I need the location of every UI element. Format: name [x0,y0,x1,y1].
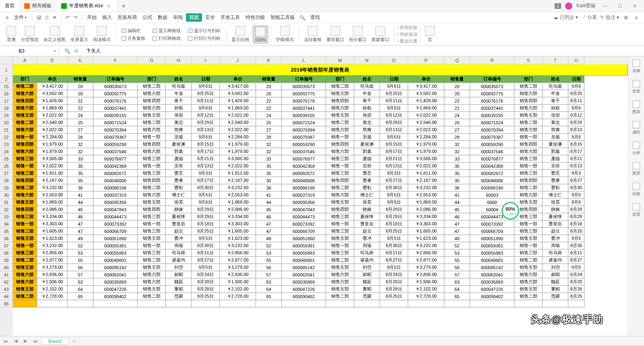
data-cell[interactable]: 销售六部 [138,192,166,199]
row-header[interactable]: 16 [0,90,13,97]
data-cell[interactable]: 33 [256,155,282,163]
data-cell[interactable]: 600092775 [470,90,514,97]
data-cell[interactable]: 周瑜 [543,242,568,249]
data-cell[interactable]: 44 [68,199,93,206]
data-cell[interactable]: 600062041 [470,271,514,278]
row-header[interactable]: 31 [0,199,13,206]
data-cell[interactable]: 曹皇后 [543,220,568,228]
data-cell[interactable]: 600037319 [93,192,138,199]
data-cell[interactable]: 销售六部 [138,126,166,134]
data-cell[interactable]: 销售一部 [514,163,543,170]
data-cell[interactable]: ￥3,334.00 [220,213,256,220]
data-cell[interactable]: 600051890 [282,235,326,242]
check-打印网格线[interactable]: 打印网格线 [153,35,181,41]
data-cell[interactable]: 8月30日 [380,184,408,192]
tab-close-icon[interactable]: × [105,3,112,9]
header-cell[interactable]: 姓名 [543,76,568,83]
data-cell[interactable] [138,300,166,307]
data-cell[interactable]: 8月29日 [380,213,408,220]
macro-button[interactable]: 宏 [423,25,437,44]
data-cell[interactable]: 销售六部 [514,126,543,134]
data-cell[interactable]: 销售六部 [326,271,354,278]
data-cell[interactable]: ￥2,540.00 [408,119,444,126]
data-cell[interactable]: 8月13 [568,126,584,134]
data-cell[interactable]: ￥2,836.00 [37,271,68,278]
header-cell[interactable]: 日期 [568,76,584,83]
data-cell[interactable]: 销售二部 [138,119,166,126]
data-cell[interactable]: 曹冲 [354,235,380,242]
row-header[interactable]: 38 [0,249,13,257]
data-cell[interactable]: 52 [444,242,470,249]
data-cell[interactable]: 65 [256,293,282,300]
panel-形状[interactable]: 形状 [632,80,640,94]
data-cell[interactable]: 夏侯渊 [354,141,380,148]
data-cell[interactable]: 600086198 [93,184,138,192]
data-cell[interactable]: 曹冲 [543,235,568,242]
data-cell[interactable]: 静姝 [543,206,568,213]
data-cell[interactable]: 600071524 [470,119,514,126]
data-cell[interactable]: 销售四部 [138,97,166,105]
row-header[interactable]: 29 [0,184,13,192]
data-cell[interactable]: 8月18日 [380,220,408,228]
data-cell[interactable]: 牛金 [543,90,568,97]
data-cell[interactable]: 600037441 [93,105,138,112]
sheet-add-button[interactable]: + [69,339,79,344]
data-cell[interactable]: 8月11日 [380,97,408,105]
data-cell[interactable]: 46 [68,213,93,220]
data-cell[interactable] [354,300,380,307]
panel-图表[interactable]: 图表 [632,101,640,115]
data-cell[interactable]: ￥2,728.00 [220,293,256,300]
col-header[interactable]: Q [444,56,470,64]
data-cell[interactable]: 9月6日 [192,83,220,90]
data-cell[interactable]: 销售五部 [138,235,166,242]
data-cell[interactable]: 600037546 [282,148,326,155]
data-cell[interactable]: ￥1,869.00 [408,105,444,112]
data-cell[interactable]: 600035869 [470,278,514,286]
data-cell[interactable]: 8月30日 [380,242,408,249]
data-cell[interactable]: 周瑜 [166,242,192,249]
data-cell[interactable]: ￥2,102.00 [37,286,68,293]
data-cell[interactable]: 8月17 [568,148,584,155]
data-cell[interactable]: 销售六部 [13,278,37,286]
header-cell[interactable]: 姓名 [354,76,380,83]
data-cell[interactable]: 销售三部 [13,228,37,235]
data-cell[interactable]: 销售二部 [326,293,354,300]
data-cell[interactable]: 董昭 [354,286,380,293]
data-cell[interactable]: 63 [444,278,470,286]
data-cell[interactable]: 8月29日 [192,206,220,213]
find-icon[interactable]: 🔍 [64,48,70,54]
data-cell[interactable]: 黄忠 [543,119,568,126]
panel-属性[interactable]: 属性 [632,121,640,135]
comment-button[interactable]: ✎ 批注 ▾ [600,14,619,21]
sheet-nav-prev-icon[interactable]: ◀ [11,338,21,344]
data-cell[interactable]: 徐晃 [543,199,568,206]
data-cell[interactable]: ￥1,979.00 [408,148,444,155]
data-cell[interactable]: 牛金 [166,90,192,97]
fx-icon[interactable]: fx [74,48,78,54]
col-header[interactable]: U [568,56,584,64]
data-cell[interactable]: 32 [444,141,470,148]
file-menu[interactable]: 文件▾ [11,13,30,22]
data-cell[interactable]: 8月15日 [192,141,220,148]
ribbon-并排比较[interactable]: ▫ 并排比较 [397,25,417,31]
data-cell[interactable]: ￥2,022.00 [408,112,444,119]
data-cell[interactable]: ￥3,303.00 [37,220,68,228]
data-cell[interactable]: 47 [68,220,93,228]
data-cell[interactable]: ￥2,856.00 [37,249,68,257]
data-cell[interactable]: 郭嘉 [543,148,568,155]
data-cell[interactable]: 曹彰 [543,184,568,192]
col-header[interactable]: P [408,56,444,64]
data-cell[interactable]: ￥3,417.00 [408,83,444,90]
save-icon[interactable]: 🖫 [35,15,43,21]
minimize-icon[interactable]: — [599,3,611,9]
data-cell[interactable]: 27 [444,126,470,134]
data-cell[interactable]: 8月30 [568,242,584,249]
data-cell[interactable]: 销售五部 [138,286,166,293]
row-header[interactable]: 30 [0,192,13,199]
data-cell[interactable]: 销售二部 [514,293,543,300]
data-cell[interactable]: 魏延 [543,278,568,286]
data-cell[interactable]: 600055883 [93,249,138,257]
data-cell[interactable]: 55 [68,257,93,264]
data-cell[interactable]: 徐晃 [354,199,380,206]
data-cell[interactable]: 600082672 [470,170,514,177]
